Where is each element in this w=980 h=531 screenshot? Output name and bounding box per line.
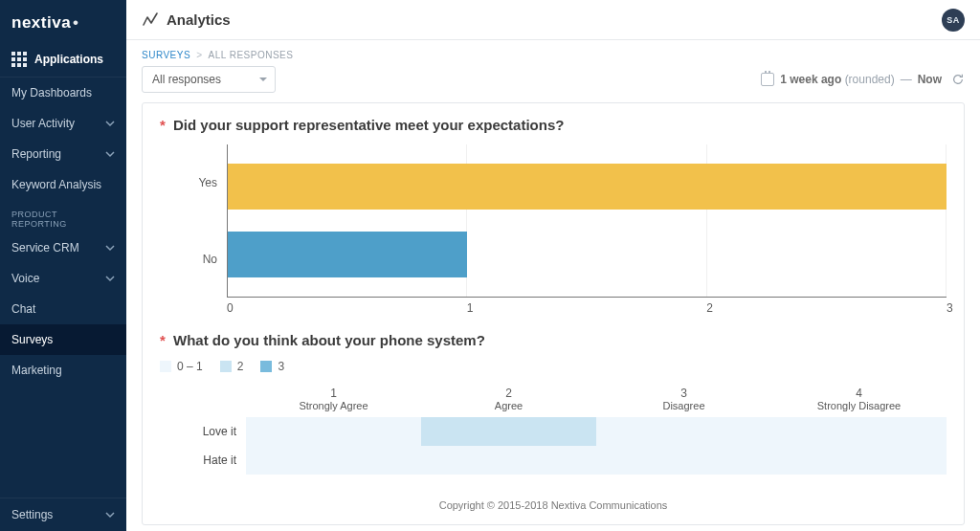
heatmap-row-label: Hate it [160,454,246,467]
legend-swatch-icon [260,361,272,372]
sidebar-item-reporting[interactable]: Reporting [0,139,126,169]
bar-chart: Yes No 0 [160,144,947,317]
heatmap-cell [771,446,947,475]
bar-chart-xlabels: 0 1 2 3 [227,301,947,317]
sidebar-item-my-dashboards[interactable]: My Dashboards [0,77,126,108]
range-to: Now [918,73,942,86]
heatmap-header: 1 Strongly Agree 2 Agree 3 Disagree 4 St… [160,385,947,413]
legend-label: 3 [278,360,284,373]
content: * Did your support representative meet y… [126,102,980,531]
heatmap-row: Hate it [160,446,947,475]
required-asterisk-icon: * [160,117,166,133]
time-range-picker[interactable]: 1 week ago (rounded) — Now [761,73,942,86]
settings-button[interactable]: Settings [0,498,126,531]
legend-item: 3 [260,360,284,373]
sidebar-item-label: User Activity [11,117,75,130]
breadcrumb: SURVEYS > ALL RESPONSES [126,40,980,66]
heatmap-legend: 0 – 1 2 3 [160,360,947,373]
question-2: * What do you think about your phone sys… [160,332,947,475]
heatmap-col-num: 4 [771,387,947,400]
dropdown-value: All responses [152,73,221,86]
sidebar-item-marketing[interactable]: Marketing [0,355,126,386]
bar-chart-ylabel: No [203,253,217,266]
sidebar-spacer [0,386,126,498]
results-card: * Did your support representative meet y… [142,102,965,525]
bar-no [228,232,467,277]
main: Analytics SA SURVEYS > ALL RESPONSES All… [126,0,980,531]
sidebar-item-label: My Dashboards [11,86,92,100]
apps-label: Applications [34,53,103,66]
bar-chart-ylabels: Yes No [160,144,227,298]
sidebar-item-label: Service CRM [11,241,79,254]
heatmap-cell [596,446,771,475]
heatmap-col-num: 2 [421,387,596,400]
heatmap-row-label: Love it [160,425,246,438]
caret-down-icon [259,77,267,81]
sidebar-item-voice[interactable]: Voice [0,263,126,294]
apps-button[interactable]: Applications [0,42,126,77]
heatmap-cell [421,417,596,446]
settings-label: Settings [11,508,53,521]
heatmap-col-header: 1 Strongly Agree [246,385,421,413]
sidebar-item-label: Keyword Analysis [11,178,101,191]
sidebar-item-label: Chat [11,302,35,316]
question-title: * Did your support representative meet y… [160,117,947,133]
range-from-suffix: (rounded) [845,73,895,86]
bar-chart-ylabel: Yes [198,176,217,189]
brand-name: nextiva [11,13,71,33]
heatmap-cell [771,417,947,446]
heatmap-col-header: 3 Disagree [596,385,771,413]
heatmap-row: Love it [160,417,947,446]
sidebar-item-chat[interactable]: Chat [0,294,126,324]
chevron-down-icon [105,149,115,159]
bar-chart-axis-corner [160,298,227,317]
bar-chart-plot [227,144,947,298]
page-title: Analytics [167,11,231,28]
range-sep: — [901,73,912,86]
required-asterisk-icon: * [160,332,166,348]
sidebar-item-user-activity[interactable]: User Activity [0,108,126,139]
heatmap-col-num: 1 [246,387,421,400]
responses-filter-dropdown[interactable]: All responses [142,66,276,93]
analytics-icon [142,11,159,29]
breadcrumb-sep-icon: > [196,50,202,60]
calendar-icon [761,73,774,86]
question-text: Did your support representative meet you… [173,117,564,133]
sidebar-item-keyword-analysis[interactable]: Keyword Analysis [0,169,126,200]
bar-chart-bars [228,144,947,297]
breadcrumb-root[interactable]: SURVEYS [142,50,190,60]
avatar[interactable]: SA [942,9,965,32]
heatmap-cell [246,446,421,475]
heatmap-col-header: 4 Strongly Disagree [771,385,947,413]
heatmap-col-header: 2 Agree [421,385,596,413]
heatmap-col-label: Disagree [596,400,771,411]
heatmap-col-label: Agree [421,400,596,411]
heatmap-col-label: Strongly Disagree [771,400,947,411]
sidebar-item-service-crm[interactable]: Service CRM [0,232,126,263]
chevron-down-icon [105,119,115,128]
refresh-button[interactable] [951,73,965,86]
legend-label: 2 [237,360,244,373]
heatmap-cell [596,417,771,446]
range-from: 1 week ago [780,73,841,86]
sidebar-item-label: Voice [11,272,39,285]
legend-swatch-icon [160,361,171,372]
chevron-down-icon [105,274,115,283]
heatmap-col-label: Strongly Agree [246,400,421,411]
grid-icon [11,52,27,67]
heatmap-col-num: 3 [596,387,771,400]
sidebar-item-label: Marketing [11,364,62,377]
sidebar-item-surveys[interactable]: Surveys [0,324,126,355]
legend-label: 0 – 1 [177,360,203,373]
heatmap-cell [421,446,596,475]
legend-swatch-icon [220,361,232,372]
sidebar-item-label: Reporting [11,147,61,161]
legend-item: 2 [220,360,244,373]
legend-item: 0 – 1 [160,360,203,373]
nav-section-header: PRODUCT REPORTING [0,200,126,232]
bar-yes [228,164,947,210]
heatmap-cell [246,417,421,446]
sidebar: nextiva • Applications My Dashboards Use… [0,0,126,531]
breadcrumb-leaf: ALL RESPONSES [208,50,293,60]
question-text: What do you think about your phone syste… [173,332,485,348]
